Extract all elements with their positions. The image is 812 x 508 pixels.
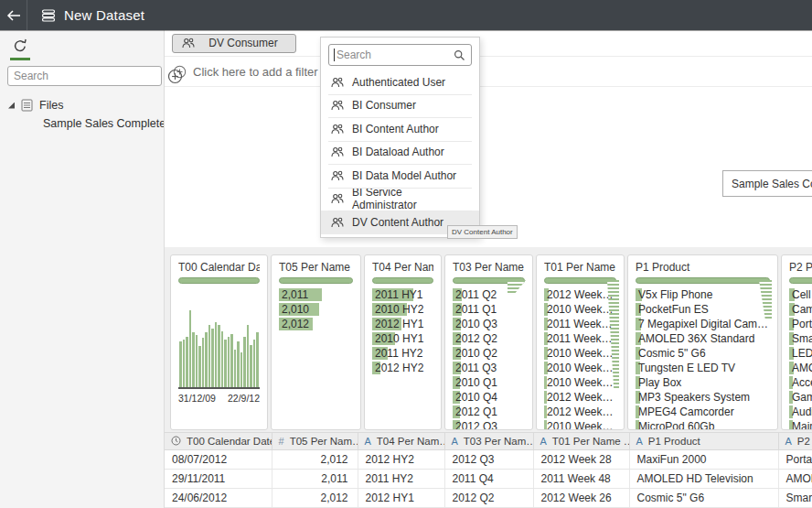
- value-row[interactable]: 2011 HY1: [372, 287, 433, 302]
- value-row[interactable]: 2010 Q4: [453, 390, 525, 405]
- value-row[interactable]: 2010 Week…: [544, 346, 616, 361]
- column-card-title: T04 Per Name …: [372, 261, 433, 275]
- value-label: AMOL: [789, 362, 812, 374]
- value-row[interactable]: Gamin: [789, 390, 812, 405]
- role-item-bi-content-author[interactable]: BI Content Author: [321, 117, 479, 141]
- value-label: 2010 HY1: [372, 332, 423, 345]
- column-header-t03[interactable]: AT03 Per Nam…: [444, 433, 533, 450]
- tree-node-files[interactable]: Files: [0, 96, 164, 114]
- value-row[interactable]: LED: [789, 346, 812, 361]
- value-row[interactable]: MicroPod 60Gb: [636, 419, 770, 430]
- value-row[interactable]: 2012 HY2: [372, 361, 433, 375]
- value-label: MicroPod 60Gb: [636, 420, 714, 430]
- value-row[interactable]: Tungsten E LED TV: [636, 361, 770, 375]
- value-row[interactable]: 2010 HY1: [372, 331, 433, 346]
- add-filter-button[interactable]: Click here to add a filter: [165, 57, 812, 87]
- role-item-bi-data-model-author[interactable]: BI Data Model Author: [321, 164, 479, 188]
- value-row[interactable]: 2011 Q2: [453, 287, 525, 302]
- value-label: MP3 Speakers System: [636, 391, 750, 404]
- value-row[interactable]: MPEG4 Camcorder: [636, 405, 770, 419]
- value-row[interactable]: 2011 Week…: [544, 331, 616, 346]
- column-header-label: P2 P…: [797, 436, 812, 447]
- value-row[interactable]: 2011 Week…: [544, 317, 616, 331]
- data-quality-bar[interactable]: [636, 277, 770, 284]
- value-label: 7 Megapixel Digital Cam…: [636, 318, 768, 330]
- value-row[interactable]: 2012 Week…: [544, 390, 616, 405]
- value-row[interactable]: PocketFun ES: [636, 302, 770, 317]
- value-row[interactable]: 2012 Week…: [544, 405, 616, 419]
- data-quality-bar[interactable]: [279, 277, 353, 284]
- value-row[interactable]: Maint: [789, 419, 812, 430]
- hover-tooltip: DV Content Author: [447, 225, 518, 239]
- tree-node-sample-sales[interactable]: Sample Sales Complete…: [0, 114, 164, 133]
- column-header-t01[interactable]: AT01 Per Name …: [533, 433, 629, 450]
- dataset-node-sample-sales[interactable]: Sample Sales Complete…: [722, 170, 812, 197]
- value-label: 2012 Week…: [544, 391, 614, 404]
- value-row[interactable]: Play Box: [636, 375, 770, 390]
- histogram-bar: [196, 335, 198, 387]
- value-row[interactable]: 2010 Q2: [453, 346, 525, 361]
- column-card-p2: P2 Pro Cell Ph Came Portal Smart LED AMO…: [781, 254, 812, 430]
- value-row[interactable]: 2011 Q1: [453, 302, 525, 317]
- column-header-p2[interactable]: AP2 P…: [778, 433, 812, 450]
- value-row[interactable]: 2010 Week…: [544, 361, 616, 375]
- data-quality-bar[interactable]: [178, 277, 260, 284]
- value-row[interactable]: 2012 Q3: [453, 419, 525, 430]
- dropdown-search-input[interactable]: [328, 44, 472, 66]
- role-chip-dv-consumer[interactable]: DV Consumer: [172, 34, 296, 53]
- value-label: 2012 HY2: [372, 362, 423, 374]
- value-row[interactable]: 2011 Q3: [453, 361, 525, 375]
- value-row[interactable]: AMOLED 36X Standard: [636, 331, 770, 346]
- column-header-t04[interactable]: AT04 Per Nam…: [358, 433, 444, 450]
- value-row[interactable]: Smart: [789, 331, 812, 346]
- value-row[interactable]: 2012 HY1: [372, 317, 433, 331]
- value-row[interactable]: MP3 Speakers System: [636, 390, 770, 405]
- column-header-t05[interactable]: #T05 Per Nam…: [272, 433, 358, 450]
- value-label: 2010 Q1: [453, 376, 497, 389]
- value-row[interactable]: 2010 Week…: [544, 419, 616, 430]
- value-row[interactable]: Cosmic 5" G6: [636, 346, 770, 361]
- column-card-t03: T03 Per Name Qtr 2011 Q2 2011 Q1 2010 Q3…: [444, 254, 533, 430]
- expand-triangle-icon[interactable]: [8, 103, 15, 109]
- value-row[interactable]: 2011 HY2: [372, 346, 433, 361]
- value-label: 2,012: [279, 318, 309, 330]
- value-row[interactable]: Acces: [789, 375, 812, 390]
- histogram-bar: [243, 337, 246, 387]
- value-row[interactable]: AMOL: [789, 361, 812, 375]
- sidebar-search-input[interactable]: [7, 66, 162, 86]
- column-header-p1[interactable]: AP1 Product: [629, 433, 778, 450]
- value-row[interactable]: 2010 Week…: [544, 302, 616, 317]
- value-row[interactable]: 2012 Q1: [453, 405, 525, 419]
- histogram-bar: [230, 334, 233, 387]
- data-quality-bar[interactable]: [372, 277, 433, 284]
- value-row[interactable]: 2,011: [279, 287, 353, 302]
- value-row[interactable]: 7 Megapixel Digital Cam…: [636, 317, 770, 331]
- role-item-bi-service-administrator[interactable]: BI Service Administrator: [321, 188, 479, 211]
- value-row[interactable]: Audio: [789, 405, 812, 419]
- histogram-bar: [202, 338, 205, 387]
- role-item-authenticated-user[interactable]: Authenticated User: [321, 70, 479, 94]
- column-header-t00[interactable]: T00 Calendar Date: [165, 433, 272, 450]
- role-item-label: BI Service Administrator: [352, 186, 469, 211]
- role-item-bi-consumer[interactable]: BI Consumer: [321, 94, 479, 118]
- back-button[interactable]: [0, 0, 27, 30]
- value-row[interactable]: 2010 Q3: [453, 317, 525, 331]
- add-data-button[interactable]: [167, 69, 183, 84]
- value-row[interactable]: 2010 HY2: [372, 302, 433, 317]
- value-row[interactable]: Cell Ph: [789, 287, 812, 302]
- value-row[interactable]: 2010 Week…: [544, 375, 616, 390]
- value-row[interactable]: 2010 Q1: [453, 375, 525, 390]
- data-quality-bar[interactable]: [544, 277, 616, 284]
- value-row[interactable]: V5x Flip Phone: [636, 287, 770, 302]
- value-row[interactable]: 2012 Q2: [453, 331, 525, 346]
- value-row[interactable]: 2,010: [279, 302, 353, 317]
- role-item-bi-dataload-author[interactable]: BI Dataload Author: [321, 141, 479, 165]
- preview-table: T00 Calendar Date #T05 Per Nam… AT04 Per…: [165, 432, 812, 508]
- value-row[interactable]: 2,012: [279, 317, 353, 331]
- connections-tab[interactable]: [9, 38, 31, 60]
- value-row[interactable]: Portal: [789, 317, 812, 331]
- value-row[interactable]: Came: [789, 302, 812, 317]
- value-row[interactable]: 2012 Week…: [544, 287, 616, 302]
- data-quality-bar[interactable]: [789, 277, 812, 284]
- number-type-icon: #: [279, 436, 284, 447]
